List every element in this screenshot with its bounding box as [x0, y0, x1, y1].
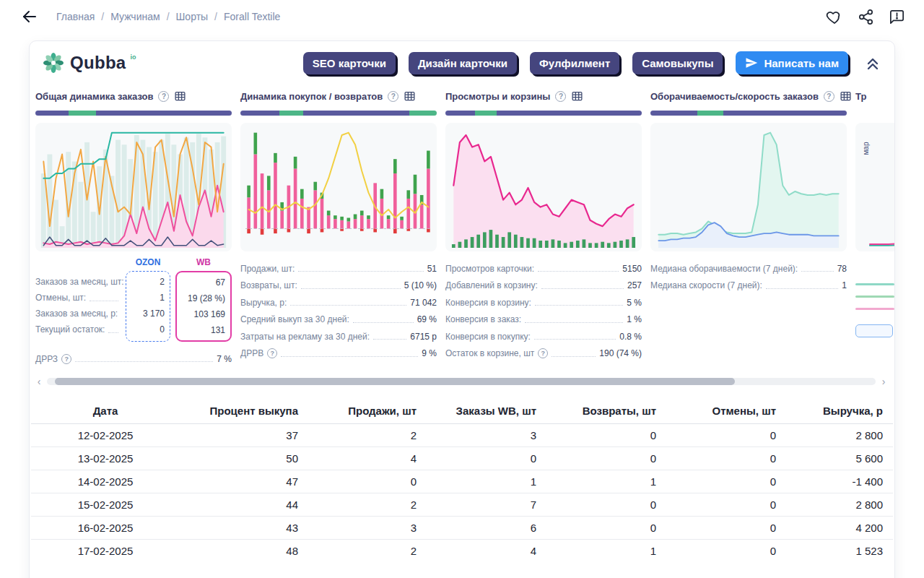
- partial-legend: [855, 283, 894, 337]
- strip-segment: [445, 111, 475, 116]
- help-icon[interactable]: [158, 91, 169, 102]
- scroll-left-arrow[interactable]: [35, 376, 43, 387]
- help-icon[interactable]: [267, 348, 277, 358]
- table-view-icon[interactable]: [571, 90, 583, 103]
- strip-segment: [723, 111, 847, 116]
- strip-segment: [240, 111, 279, 116]
- table-cell: 44: [180, 493, 308, 516]
- stat-label: Возвраты, шт:: [240, 280, 297, 290]
- table-cell: 0: [666, 516, 786, 539]
- table-row: 15-02-20254427002 800: [31, 493, 893, 516]
- table-cell: 2 800: [786, 493, 893, 516]
- legend-line-pink: [855, 308, 894, 310]
- wb-value: 67: [182, 275, 225, 290]
- help-icon[interactable]: [61, 354, 71, 364]
- breadcrumb-item-current[interactable]: Forall Textile: [224, 11, 280, 22]
- collapse-chevrons-icon[interactable]: [864, 54, 881, 72]
- help-icon[interactable]: [538, 348, 548, 358]
- stat-value: 69 %: [417, 314, 437, 324]
- scrollbar-track[interactable]: [47, 378, 876, 385]
- turnover-chart-box: [650, 123, 847, 251]
- help-icon[interactable]: [824, 91, 834, 102]
- col-header-buyout-percent: Процент выкупа: [180, 397, 308, 424]
- table-row: 13-02-20255040005 600: [31, 447, 893, 470]
- stat-value: 51: [427, 264, 437, 274]
- help-icon[interactable]: [555, 91, 566, 102]
- dotted-leader: [525, 322, 623, 323]
- stat-value: 78: [837, 264, 847, 274]
- stat-value: 5150: [622, 264, 642, 274]
- timeline-strip: [240, 111, 437, 116]
- dotted-leader: [298, 271, 423, 272]
- contact-us-button[interactable]: Написать нам: [736, 51, 848, 74]
- summary-row-label: Заказов за месяц, р:: [35, 306, 121, 322]
- table-cell: 50: [180, 447, 308, 470]
- card-design-button[interactable]: Дизайн карточки: [409, 52, 517, 74]
- dotted-leader: [534, 339, 616, 340]
- logo-text: Qubba: [70, 51, 126, 75]
- breadcrumb-item[interactable]: Шорты: [176, 11, 209, 22]
- share-icon[interactable]: [858, 9, 874, 25]
- dotted-leader: [281, 356, 418, 357]
- stat-value: 5 %: [627, 298, 642, 308]
- table-cell: 0: [546, 423, 666, 447]
- col-header-wb-orders: Заказы WB, шт: [427, 397, 546, 424]
- charts-row: Общая динамика заказов OZON WB Заказо: [30, 78, 894, 368]
- breadcrumb-separator: /: [167, 11, 170, 22]
- col-header-revenue: Выручка, р: [786, 397, 893, 424]
- orders-chart-box: [35, 123, 232, 251]
- feedback-alert-icon[interactable]: [889, 9, 905, 25]
- fulfillment-button[interactable]: Фулфилмент: [530, 52, 619, 74]
- logo-superscript: io: [131, 53, 136, 61]
- panel-title: Оборачиваемость/скорость заказов: [650, 91, 819, 102]
- stat-value: 257: [627, 280, 642, 290]
- table-view-icon[interactable]: [404, 90, 416, 103]
- ozon-value: 3 170: [131, 306, 165, 322]
- table-cell: 0: [666, 423, 786, 447]
- strip-segment: [497, 111, 642, 116]
- table-cell: 0: [666, 493, 786, 516]
- table-cell: 4: [427, 539, 546, 562]
- table-cell: 2: [308, 539, 427, 562]
- month-axis-label: мар: [862, 136, 870, 162]
- help-icon[interactable]: [388, 91, 398, 102]
- card-header: Qubba io SEO карточки Дизайн карточки Фу…: [30, 41, 894, 78]
- stat-label: Медиана оборачиваемости (7 дней):: [650, 264, 798, 274]
- table-cell: 0: [666, 470, 786, 493]
- table-cell: 37: [180, 423, 308, 447]
- timeline-strip: [650, 111, 847, 116]
- dotted-leader: [290, 305, 406, 306]
- stat-row: Медиана оборачиваемости (7 дней):78: [650, 260, 847, 277]
- table-cell: 17-02-2025: [31, 539, 180, 562]
- dotted-leader: [552, 356, 596, 357]
- stat-label: Конверсия в покупку:: [445, 332, 531, 342]
- favorite-heart-icon[interactable]: [826, 8, 843, 25]
- orders-table: Дата Процент выкупа Продажи, шт Заказы W…: [31, 397, 893, 562]
- table-header-row: Дата Процент выкупа Продажи, шт Заказы W…: [31, 397, 893, 424]
- stat-value: 9 %: [422, 348, 437, 358]
- orders-table-body: 12-02-20253723002 80013-02-20255040005 6…: [31, 423, 893, 562]
- strip-segment: [69, 111, 96, 116]
- table-cell: 0: [546, 447, 666, 470]
- table-cell: 12-02-2025: [31, 423, 180, 447]
- scrollbar-thumb[interactable]: [55, 378, 734, 385]
- table-view-icon[interactable]: [840, 90, 852, 103]
- panel-title: Тр: [855, 91, 866, 102]
- dotted-leader: [801, 271, 833, 272]
- purchases-chart-box: [240, 123, 437, 251]
- seo-cards-button[interactable]: SEO карточки: [303, 52, 396, 74]
- stat-value: 0.8 %: [619, 332, 642, 342]
- back-arrow-icon[interactable]: [20, 7, 39, 26]
- top-bar: Главная / Мужчинам / Шорты / Forall Text…: [0, 0, 924, 33]
- self-buyouts-button[interactable]: Самовыкупы: [632, 52, 723, 74]
- stat-label: Конверсия в заказ:: [445, 314, 521, 324]
- scroll-right-arrow[interactable]: [880, 376, 887, 387]
- breadcrumb-item[interactable]: Мужчинам: [110, 11, 160, 22]
- panel-title: Общая динамика заказов: [35, 91, 153, 102]
- table-view-icon[interactable]: [174, 90, 186, 103]
- stat-row: Выручка, р:71 042: [240, 294, 437, 311]
- table-cell: 2: [308, 493, 427, 516]
- purchases-chart: [245, 128, 432, 248]
- strip-segment: [303, 111, 409, 116]
- breadcrumb-item[interactable]: Главная: [56, 11, 95, 22]
